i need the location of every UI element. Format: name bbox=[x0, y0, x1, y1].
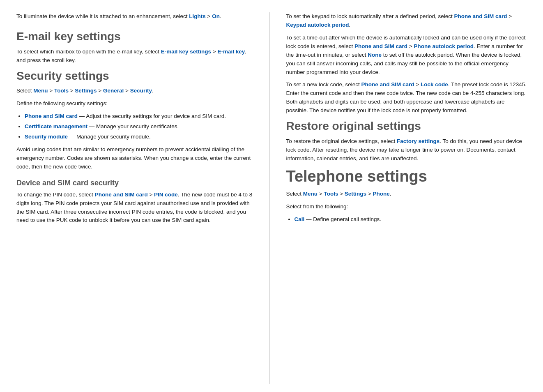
nav-tools-link[interactable]: Tools bbox=[54, 88, 69, 94]
keypad-end: . bbox=[349, 22, 351, 28]
tel-nav-end: . bbox=[390, 191, 391, 197]
lights-link[interactable]: Lights bbox=[189, 13, 206, 19]
list-item: Certificate management — Manage your sec… bbox=[25, 122, 257, 131]
intro-sep1: > bbox=[206, 13, 212, 19]
phone-sim-link-right2[interactable]: Phone and SIM card bbox=[354, 43, 407, 49]
restore-section-title: Restore original settings bbox=[286, 119, 527, 133]
page-container: To illuminate the device while it is att… bbox=[0, 0, 543, 392]
security-module-link[interactable]: Security module bbox=[25, 134, 68, 140]
telephone-section-title: Telephone settings bbox=[286, 167, 527, 186]
lockcode-para: To set a new lock code, select Phone and… bbox=[286, 81, 527, 115]
intro-text-start: To illuminate the device while it is att… bbox=[16, 13, 189, 19]
tel-tools-link[interactable]: Tools bbox=[324, 191, 338, 197]
nav-sep3: > bbox=[97, 88, 103, 94]
tel-nav-start: Select bbox=[286, 191, 303, 197]
phone-autolock-link[interactable]: Phone autolock period bbox=[414, 43, 474, 49]
nav-sep4: > bbox=[124, 88, 130, 94]
phone-sim-card-link[interactable]: Phone and SIM card bbox=[25, 113, 78, 119]
nav-sep1: > bbox=[48, 88, 54, 94]
email-body-start: To select which mailbox to open with the… bbox=[16, 48, 161, 55]
nav-settings-link[interactable]: Settings bbox=[75, 88, 97, 94]
nav-general-link[interactable]: General bbox=[103, 88, 124, 94]
nav-start: Select bbox=[16, 88, 33, 94]
device-sim-start: To change the PIN code, select bbox=[16, 191, 95, 198]
tel-nav-sep1: > bbox=[318, 191, 324, 197]
keypad-autolock-link[interactable]: Keypad autolock period bbox=[286, 22, 349, 28]
bullet-text-1: — Adjust the security settings for your … bbox=[78, 113, 226, 119]
nav-menu-link[interactable]: Menu bbox=[33, 88, 48, 94]
restore-body: To restore the original device settings,… bbox=[286, 137, 527, 163]
lockcode-start: To set a new lock code, select bbox=[286, 81, 361, 88]
phone-sim-card-link2[interactable]: Phone and SIM card bbox=[95, 191, 148, 198]
pin-code-link[interactable]: PIN code bbox=[154, 191, 178, 198]
security-nav: Select Menu > Tools > Settings > General… bbox=[16, 87, 257, 95]
tel-nav-sep2: > bbox=[338, 191, 344, 197]
list-item: Phone and SIM card — Adjust the security… bbox=[25, 112, 257, 121]
device-sim-body: To change the PIN code, select Phone and… bbox=[16, 191, 257, 225]
on-link[interactable]: On bbox=[212, 13, 220, 19]
list-item: Security module — Manage your security m… bbox=[25, 133, 257, 141]
device-sim-sep1: > bbox=[148, 191, 154, 198]
certificate-management-link[interactable]: Certificate management bbox=[25, 123, 87, 129]
tel-menu-link[interactable]: Menu bbox=[303, 191, 318, 197]
nav-end: . bbox=[152, 88, 154, 94]
intro-paragraph: To illuminate the device while it is att… bbox=[16, 12, 257, 21]
tel-settings-link[interactable]: Settings bbox=[345, 191, 366, 197]
email-body: To select which mailbox to open with the… bbox=[16, 48, 257, 65]
security-bullet-list: Phone and SIM card — Adjust the security… bbox=[25, 112, 257, 141]
email-key-settings-link[interactable]: E-mail key settings bbox=[161, 48, 211, 55]
list-item: Call — Define general call settings. bbox=[295, 215, 527, 224]
keypad-start: To set the keypad to lock automatically … bbox=[286, 13, 454, 19]
call-bullet-text: — Define general call settings. bbox=[304, 216, 381, 222]
right-column: To set the keypad to lock automatically … bbox=[270, 12, 527, 384]
define-text: Define the following security settings: bbox=[16, 99, 257, 108]
nav-security-link[interactable]: Security bbox=[130, 88, 152, 94]
email-key-link[interactable]: E-mail key bbox=[217, 48, 245, 55]
bullet-text-2: — Manage your security certificates. bbox=[87, 123, 179, 129]
left-column: To illuminate the device while it is att… bbox=[16, 12, 270, 384]
factory-settings-link[interactable]: Factory settings bbox=[397, 138, 439, 144]
device-sim-section-title: Device and SIM card security bbox=[16, 179, 257, 187]
warning-text: Avoid using codes that are similar to em… bbox=[16, 145, 257, 171]
keypad-para: To set the keypad to lock automatically … bbox=[286, 12, 527, 30]
telephone-bullet-list: Call — Define general call settings. bbox=[295, 215, 527, 224]
timeout-para: To set a time-out after which the device… bbox=[286, 34, 527, 77]
tel-phone-link[interactable]: Phone bbox=[373, 191, 389, 197]
email-sep1: > bbox=[211, 48, 217, 55]
keypad-sep1: > bbox=[507, 13, 512, 19]
select-text: Select from the following: bbox=[286, 203, 527, 211]
email-section-title: E-mail key settings bbox=[16, 30, 257, 44]
security-section-title: Security settings bbox=[16, 69, 257, 83]
lockcode-sep1: > bbox=[414, 81, 421, 88]
none-link[interactable]: None bbox=[368, 52, 382, 58]
restore-start: To restore the original device settings,… bbox=[286, 138, 397, 144]
phone-sim-link-right[interactable]: Phone and SIM card bbox=[454, 13, 507, 19]
timeout-sep1: > bbox=[407, 43, 414, 49]
lock-code-link[interactable]: Lock code bbox=[421, 81, 448, 88]
phone-sim-link-right3[interactable]: Phone and SIM card bbox=[361, 81, 414, 88]
call-link[interactable]: Call bbox=[295, 216, 305, 222]
nav-sep2: > bbox=[69, 88, 75, 94]
telephone-nav: Select Menu > Tools > Settings > Phone. bbox=[286, 190, 527, 198]
tel-nav-sep3: > bbox=[366, 191, 373, 197]
intro-end: . bbox=[220, 13, 221, 19]
bullet-text-3: — Manage your security module. bbox=[68, 134, 151, 140]
